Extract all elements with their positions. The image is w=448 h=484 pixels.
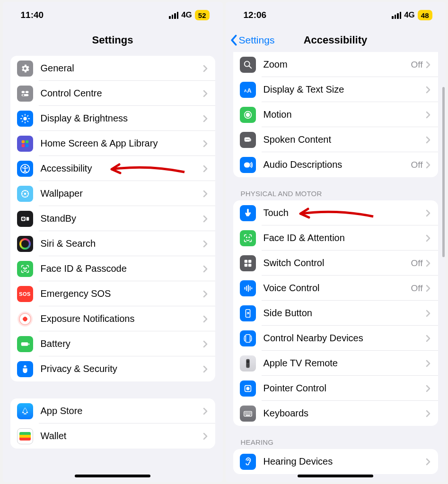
row-switch-control[interactable]: Switch Control Off xyxy=(233,251,438,276)
page-title: Settings xyxy=(92,34,133,46)
home-indicator[interactable] xyxy=(298,475,373,477)
svg-point-21 xyxy=(24,190,25,191)
page-title: Accessibility xyxy=(304,34,368,46)
row-voice-control[interactable]: Voice Control Off xyxy=(233,276,438,301)
battery-badge: 48 xyxy=(418,10,432,20)
row-siri-search[interactable]: Siri & Search xyxy=(10,231,215,256)
svg-rect-77 xyxy=(248,414,249,415)
row-value: Off xyxy=(411,283,423,294)
row-label: Switch Control xyxy=(264,258,411,268)
svg-point-65 xyxy=(248,365,249,366)
general-icon xyxy=(17,60,33,77)
row-wallpaper[interactable]: Wallpaper xyxy=(10,181,215,206)
settings-group-main: General Control Centre Display & Brightn… xyxy=(10,56,215,381)
row-label: Emergency SOS xyxy=(41,288,203,299)
row-label: Keyboards xyxy=(264,408,426,419)
motion-icon xyxy=(240,107,256,123)
settings-group-apps: App Store Wallet xyxy=(10,398,215,449)
chevron-right-icon xyxy=(203,432,208,440)
row-label: App Store xyxy=(41,406,203,416)
scroll-indicator[interactable] xyxy=(442,87,445,257)
row-faceid-attention[interactable]: Face ID & Attention xyxy=(233,225,438,251)
row-pointer-control[interactable]: Pointer Control xyxy=(233,376,438,401)
row-label: Privacy & Security xyxy=(41,363,203,374)
row-wallet[interactable]: Wallet xyxy=(10,424,215,449)
row-display-text-size[interactable]: AA Display & Text Size xyxy=(233,77,438,102)
svg-point-43 xyxy=(246,139,246,140)
row-accessibility[interactable]: Accessibility xyxy=(10,156,215,181)
back-button[interactable]: Settings xyxy=(230,35,275,46)
svg-rect-1 xyxy=(25,91,28,93)
row-battery[interactable]: Battery xyxy=(10,331,215,356)
vision-group: Zoom Off AA Display & Text Size Motion S… xyxy=(233,52,438,177)
accessibility-screen: 12:06 4G 48 Settings Accessibility Zoom … xyxy=(226,2,446,482)
svg-point-47 xyxy=(246,237,246,237)
appletv-remote-icon xyxy=(240,355,256,372)
nearby-devices-icon xyxy=(240,330,256,346)
spoken-content-icon xyxy=(240,132,256,148)
svg-rect-73 xyxy=(250,412,251,413)
chevron-right-icon xyxy=(203,407,208,415)
touch-icon xyxy=(240,205,256,221)
row-value: Off xyxy=(411,258,423,268)
chevron-right-icon xyxy=(426,335,430,342)
row-home-screen[interactable]: Home Screen & App Library xyxy=(10,131,215,156)
row-audio-descriptions[interactable]: Audio Descriptions Off xyxy=(233,152,438,177)
navbar: Settings xyxy=(3,28,223,52)
chevron-right-icon xyxy=(203,115,208,122)
home-indicator[interactable] xyxy=(75,475,150,477)
row-motion[interactable]: Motion xyxy=(233,102,438,127)
svg-rect-0 xyxy=(21,91,24,93)
chevron-right-icon xyxy=(203,315,208,323)
row-privacy-security[interactable]: Privacy & Security xyxy=(10,356,215,381)
svg-rect-69 xyxy=(245,412,246,413)
row-label: Siri & Search xyxy=(41,238,203,249)
row-control-centre[interactable]: Control Centre xyxy=(10,81,215,106)
row-spoken-content[interactable]: Spoken Content xyxy=(233,127,438,152)
battery-badge: 52 xyxy=(195,10,210,20)
signal-icon xyxy=(392,12,401,19)
row-hearing-devices[interactable]: Hearing Devices xyxy=(233,449,438,474)
zoom-icon xyxy=(240,57,256,73)
svg-point-33 xyxy=(26,268,26,268)
svg-rect-51 xyxy=(244,263,247,266)
row-side-button[interactable]: Side Button xyxy=(233,301,438,326)
row-appletv-remote[interactable]: Apple TV Remote xyxy=(233,351,438,376)
audio-descriptions-icon xyxy=(240,157,256,173)
row-label: Control Nearby Devices xyxy=(264,333,426,344)
row-keyboards[interactable]: Keyboards xyxy=(233,401,438,426)
svg-point-45 xyxy=(248,139,249,140)
row-zoom[interactable]: Zoom Off xyxy=(233,52,438,77)
appstore-icon xyxy=(17,403,33,419)
svg-rect-34 xyxy=(21,342,28,346)
row-emergency-sos[interactable]: SOS Emergency SOS xyxy=(10,281,215,306)
chevron-right-icon xyxy=(203,290,208,298)
network-type: 4G xyxy=(404,10,415,20)
row-label: Side Button xyxy=(264,308,426,319)
chevron-right-icon xyxy=(203,265,208,273)
hearing-header: Hearing xyxy=(241,438,430,446)
row-app-store[interactable]: App Store xyxy=(10,398,215,424)
side-button-icon xyxy=(240,305,256,321)
svg-point-4 xyxy=(23,117,26,120)
svg-point-26 xyxy=(26,191,27,192)
svg-point-48 xyxy=(249,237,249,237)
svg-point-20 xyxy=(24,192,26,195)
svg-text:A: A xyxy=(247,86,251,94)
row-label: Pointer Control xyxy=(264,383,426,394)
row-general[interactable]: General xyxy=(10,56,215,81)
svg-point-18 xyxy=(24,165,26,167)
chevron-right-icon xyxy=(203,90,208,97)
siri-icon xyxy=(17,236,33,252)
row-label: Motion xyxy=(264,109,426,120)
row-display-brightness[interactable]: Display & Brightness xyxy=(10,106,215,131)
exposure-icon xyxy=(17,311,33,327)
chevron-right-icon xyxy=(203,65,208,72)
row-faceid-passcode[interactable]: Face ID & Passcode xyxy=(10,256,215,281)
row-standby[interactable]: StandBy xyxy=(10,206,215,231)
row-exposure-notifications[interactable]: Exposure Notifications xyxy=(10,306,215,331)
row-touch[interactable]: Touch xyxy=(233,200,438,225)
row-label: Face ID & Passcode xyxy=(41,263,203,274)
svg-point-62 xyxy=(246,363,247,364)
row-control-nearby[interactable]: Control Nearby Devices xyxy=(233,326,438,351)
